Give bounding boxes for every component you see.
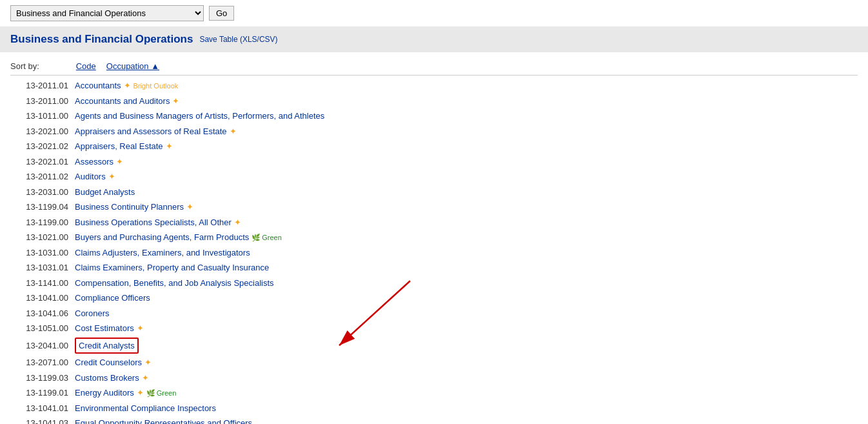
- star-icon: ✦: [116, 157, 123, 167]
- table-row: 13-1041.03Equal Opportunity Representati…: [10, 416, 858, 424]
- table-row: 13-2021.00Appraisers and Assessors of Re…: [10, 124, 858, 139]
- occupation-name-container: Coroners: [75, 307, 109, 320]
- sort-code-link[interactable]: Code: [44, 61, 96, 71]
- occupation-link[interactable]: Accountants: [75, 81, 121, 90]
- top-bar: Business and Financial OperationsArchite…: [0, 0, 868, 26]
- table-row: 13-1199.03Customs Brokers✦: [10, 370, 858, 386]
- page-title: Business and Financial Operations: [10, 33, 193, 46]
- occupation-link[interactable]: Compliance Officers: [75, 293, 150, 303]
- occupation-code: 13-1031.00: [10, 247, 75, 259]
- occupation-list: 13-2011.01Accountants✦Bright Outlook13-2…: [10, 78, 858, 424]
- star-icon: ✦: [137, 388, 144, 398]
- occupation-link[interactable]: Claims Examiners, Property and Casualty …: [75, 263, 269, 272]
- table-row: 13-1021.00Buyers and Purchasing Agents, …: [10, 230, 858, 245]
- occupation-code: 13-2021.00: [10, 125, 75, 138]
- occupation-link[interactable]: Appraisers, Real Estate: [75, 141, 163, 151]
- occupation-name-container: Business Operations Specialists, All Oth…: [75, 216, 241, 229]
- category-dropdown[interactable]: Business and Financial OperationsArchite…: [10, 5, 204, 21]
- star-icon: ✦: [142, 373, 149, 383]
- table-row: 13-2021.01Assessors✦: [10, 154, 858, 170]
- content-area: Sort by: Code Occupation ▲ 13-2011.01Acc…: [0, 52, 868, 424]
- occupation-code: 13-1011.00: [10, 110, 75, 123]
- sort-label: Sort by:: [10, 61, 39, 71]
- occupation-code: 13-2021.01: [10, 156, 75, 168]
- table-row: 13-1199.01Energy Auditors✦🌿 Green: [10, 385, 858, 401]
- star-icon: ✦: [172, 96, 179, 106]
- sort-bar: Sort by: Code Occupation ▲: [10, 57, 858, 76]
- table-row: 13-2031.00Budget Analysts: [10, 185, 858, 200]
- occupation-name-container: Credit Analysts: [75, 338, 139, 354]
- occupation-code: 13-2011.00: [10, 95, 75, 108]
- occupation-name-container: Auditors✦: [75, 170, 115, 183]
- occupation-code: 13-1031.01: [10, 261, 75, 274]
- occupation-name-container: Agents and Business Managers of Artists,…: [75, 110, 324, 123]
- table-row: 13-1199.00Business Operations Specialist…: [10, 215, 858, 230]
- table-row: 13-1041.01Environmental Compliance Inspe…: [10, 401, 858, 416]
- occupation-name-container: Accountants and Auditors✦: [75, 95, 179, 108]
- go-button[interactable]: Go: [209, 6, 234, 21]
- occupation-link[interactable]: Buyers and Purchasing Agents, Farm Produ…: [75, 232, 249, 242]
- occupation-link[interactable]: Cost Estimators: [75, 323, 134, 333]
- table-row: 13-1011.00Agents and Business Managers o…: [10, 108, 858, 124]
- green-leaf-icon: 🌿: [146, 388, 155, 399]
- star-icon: ✦: [186, 202, 193, 212]
- occupation-code: 13-2031.00: [10, 186, 75, 199]
- occupation-link[interactable]: Agents and Business Managers of Artists,…: [75, 111, 324, 121]
- occupation-code: 13-1199.03: [10, 372, 75, 385]
- occupation-link[interactable]: Compensation, Benefits, and Job Analysis…: [75, 278, 274, 288]
- bright-outlook-label: Bright Outlook: [133, 82, 179, 90]
- bright-outlook-star-icon: ✦: [124, 81, 131, 90]
- table-row: 13-2011.00Accountants and Auditors✦: [10, 94, 858, 109]
- occupation-code: 13-2071.00: [10, 356, 75, 369]
- occupation-link[interactable]: Business Operations Specialists, All Oth…: [75, 217, 232, 227]
- occupation-name-container: Appraisers and Assessors of Real Estate✦: [75, 125, 237, 138]
- occupation-link[interactable]: Environmental Compliance Inspectors: [75, 403, 216, 413]
- highlight-box: Credit Analysts: [75, 338, 139, 354]
- table-row: 13-1031.01Claims Examiners, Property and…: [10, 260, 858, 276]
- occupation-link[interactable]: Customs Brokers: [75, 373, 139, 383]
- occupation-code: 13-1199.01: [10, 387, 75, 399]
- occupation-name-container: Compliance Officers: [75, 292, 150, 305]
- occupation-name-container: Claims Examiners, Property and Casualty …: [75, 261, 269, 274]
- occupation-name-container: Cost Estimators✦: [75, 322, 144, 335]
- occupation-link[interactable]: Credit Analysts: [79, 341, 135, 350]
- occupation-link[interactable]: Appraisers and Assessors of Real Estate: [75, 126, 227, 136]
- occupation-code: 13-2021.02: [10, 140, 75, 153]
- occupation-name-container: Buyers and Purchasing Agents, Farm Produ…: [75, 231, 282, 244]
- green-badge: 🌿 Green: [252, 232, 282, 243]
- occupation-code: 13-2011.01: [10, 79, 75, 92]
- occupation-code: 13-1041.00: [10, 292, 75, 305]
- occupation-link[interactable]: Auditors: [75, 172, 106, 181]
- star-icon: ✦: [108, 172, 115, 181]
- occupation-code: 13-1021.00: [10, 231, 75, 244]
- occupation-link[interactable]: Energy Auditors: [75, 388, 134, 398]
- occupation-code: 13-1051.00: [10, 322, 75, 335]
- save-table-link[interactable]: Save Table (XLS/CSV): [199, 35, 277, 44]
- occupation-link[interactable]: Equal Opportunity Representatives and Of…: [75, 418, 252, 424]
- occupation-link[interactable]: Claims Adjusters, Examiners, and Investi…: [75, 248, 250, 257]
- occupation-link[interactable]: Credit Counselors: [75, 358, 142, 367]
- star-icon: ✦: [234, 217, 241, 227]
- occupation-link[interactable]: Coroners: [75, 308, 109, 318]
- occupation-name-container: Customs Brokers✦: [75, 372, 149, 385]
- occupation-name-container: Claims Adjusters, Examiners, and Investi…: [75, 247, 250, 259]
- occupation-link[interactable]: Accountants and Auditors: [75, 96, 170, 106]
- table-row: 13-2011.02Auditors✦: [10, 169, 858, 185]
- header-section: Business and Financial Operations Save T…: [0, 26, 868, 52]
- green-label: Green: [262, 232, 282, 243]
- occupation-code: 13-1141.00: [10, 277, 75, 290]
- table-row: 13-1199.04Business Continuity Planners✦: [10, 199, 858, 215]
- occupation-name-container: Energy Auditors✦🌿 Green: [75, 387, 176, 399]
- green-badge: 🌿 Green: [146, 388, 177, 399]
- sort-occupation-link[interactable]: Occupation ▲: [106, 61, 159, 71]
- occupation-code: 13-1199.04: [10, 201, 75, 214]
- occupation-name-container: Accountants✦Bright Outlook: [75, 79, 178, 92]
- occupation-link[interactable]: Budget Analysts: [75, 187, 135, 197]
- occupation-link[interactable]: Assessors: [75, 157, 113, 167]
- occupation-link[interactable]: Business Continuity Planners: [75, 202, 184, 212]
- green-leaf-icon: 🌿: [252, 232, 261, 243]
- occupation-code: 13-2011.02: [10, 170, 75, 183]
- table-row: 13-2011.01Accountants✦Bright Outlook: [10, 78, 858, 94]
- table-row: 13-1031.00Claims Adjusters, Examiners, a…: [10, 245, 858, 261]
- occupation-code: 13-2041.00: [10, 339, 75, 352]
